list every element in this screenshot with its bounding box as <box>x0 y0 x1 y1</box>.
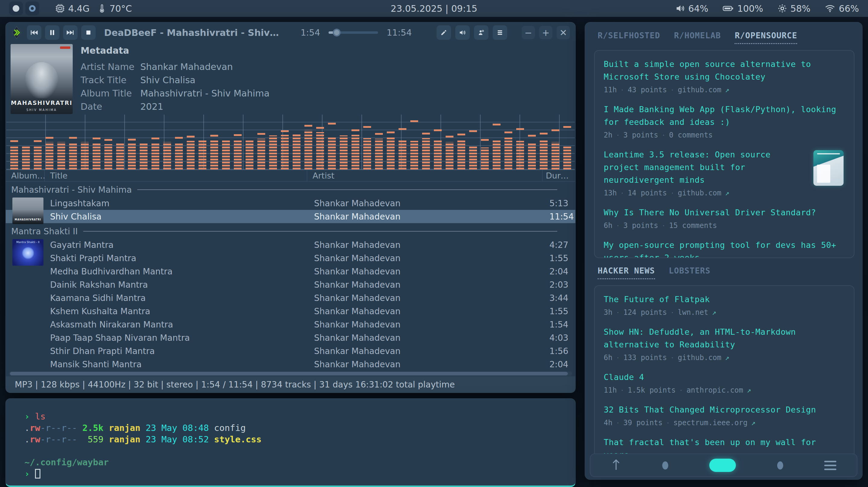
workspace-indicator[interactable] <box>25 1 39 15</box>
wifi-module[interactable]: 66% <box>824 3 859 14</box>
horizontal-scrollbar[interactable] <box>9 371 572 376</box>
playlist-row[interactable]: Kaamana Sidhi MantraShankar Mahadevan3:4… <box>6 291 575 304</box>
playlist-body: Mahashivratri - Shiv MahimaMAHASHIVRATRI… <box>6 182 575 371</box>
track-duration: 1:54 <box>549 320 575 330</box>
news-item[interactable]: 32 Bits That Changed Microprocessor Desi… <box>604 403 845 427</box>
column-title[interactable]: Title <box>44 170 307 181</box>
playlist-row[interactable]: Kshem Kushalta MantraShankar Mahadevan1:… <box>6 304 575 318</box>
news-item[interactable]: Show HN: Defuddle, an HTML-to-Markdown a… <box>604 326 845 362</box>
terminal-text: › <box>25 468 35 479</box>
spectrum-bar <box>373 115 385 169</box>
volume-module[interactable]: 64% <box>675 3 708 14</box>
page-dot[interactable] <box>777 461 783 469</box>
playlist-row[interactable]: Askasmath Nirakaran MantraShankar Mahade… <box>6 318 575 331</box>
playlist-row[interactable]: Shiv ChalisaShankar Mahadevan11:54 <box>6 210 575 223</box>
battery-module[interactable]: 100% <box>722 3 763 14</box>
spectrum-bar <box>267 115 279 169</box>
external-link-icon: ↗ <box>747 386 751 394</box>
reddit-tab-r-selfhosted[interactable]: R/SELFHOSTED <box>598 31 660 44</box>
cpu-frequency: 4.4G <box>68 3 90 14</box>
track-duration: 1:55 <box>549 306 575 316</box>
external-link-icon: ↗ <box>712 308 716 317</box>
spectrum-peak <box>210 135 218 137</box>
spectrum-peak <box>410 120 418 122</box>
news-item-source: 0 comments <box>669 131 713 139</box>
horizontal-scrollbar-thumb[interactable] <box>10 372 568 376</box>
playlist-row[interactable]: Medha Budhivardhan MantraShankar Mahadev… <box>6 265 575 278</box>
news-item-title: Show HN: Defuddle, an HTML-to-Markdown a… <box>604 326 845 351</box>
news-item[interactable]: Claude 411h·1.5k points·anthropic.com↗ <box>604 371 845 394</box>
pause-button[interactable] <box>45 25 59 40</box>
news-item-points: 3 points <box>623 131 658 139</box>
sound-settings-button[interactable] <box>455 25 470 40</box>
playlist-group-rows: Mantra Shakti - IIGayatri MantraShankar … <box>6 238 575 371</box>
stop-button[interactable] <box>81 25 96 40</box>
reddit-tab-r-opensource[interactable]: R/OPENSOURCE <box>735 31 797 44</box>
news-item[interactable]: I Made Banking Web App (Flask/Python), l… <box>604 103 845 139</box>
track-duration: 4:27 <box>549 240 575 250</box>
playlist-row[interactable]: Sthir Dhan Prapti MantraShankar Mahadeva… <box>6 344 575 358</box>
terminal-window[interactable]: › ls.rw-r--r-- 2.5k ranjan 23 May 08:48 … <box>5 398 576 487</box>
playlist-row[interactable]: Dainik Rakshan MantraShankar Mahadevan2:… <box>6 278 575 291</box>
hn-tab-lobsters[interactable]: LOBSTERS <box>669 266 711 279</box>
playlist-row[interactable]: Paap Taap Shaap Nivaran MantraShankar Ma… <box>6 331 575 344</box>
plugins-button[interactable] <box>474 25 489 40</box>
playlist-group-name: Mantra Shakti II <box>11 226 78 236</box>
total-time: 11:54 <box>386 27 412 38</box>
column-artist[interactable]: Artist <box>307 170 542 181</box>
spectrum-peak <box>516 128 524 130</box>
column-album[interactable]: Album… <box>6 170 44 181</box>
spectrum-peak <box>563 126 571 128</box>
previous-button[interactable] <box>27 25 41 40</box>
news-item[interactable]: My open-source prompting tool for devs h… <box>604 239 845 258</box>
album-art-subtitle: SHIV MAHIMA <box>10 108 73 111</box>
active-page-pill[interactable] <box>709 459 736 472</box>
playlist-row[interactable]: Gayatri MantraShankar Mahadevan4:27 <box>6 238 575 252</box>
news-item[interactable]: Built a simple open source alternative t… <box>604 58 845 94</box>
news-item[interactable]: The Future of Flatpak3h·124 points·lwn.n… <box>604 293 845 317</box>
metadata-value: 2021 <box>140 101 163 112</box>
brightness-module[interactable]: 58% <box>777 3 811 14</box>
seek-slider[interactable] <box>329 31 378 34</box>
hn-tab-hacker-news[interactable]: HACKER NEWS <box>598 266 655 279</box>
track-title: Shakti Prapti Mantra <box>50 253 314 263</box>
news-item-meta: 13h·14 points·github.com↗ <box>604 189 845 197</box>
column-duration[interactable]: Dur… <box>542 170 575 181</box>
spectrum-bar <box>408 115 420 169</box>
reddit-tab-r-homelab[interactable]: R/HOMELAB <box>674 31 721 44</box>
playlist-menu-button[interactable] <box>493 25 507 40</box>
metadata-value: Shankar Mahadevan <box>140 62 233 72</box>
playlist-row[interactable]: Shakti Prapti MantraShankar Mahadevan1:5… <box>6 252 575 265</box>
workspaces <box>9 1 39 15</box>
news-item[interactable]: Leantime 3.5 release: Open source projec… <box>604 149 845 197</box>
player-header: DeaDBeeF - Mahashivratri - Shiv… 1:54 11… <box>6 22 575 41</box>
spectrum-bar <box>126 115 137 169</box>
close-button[interactable]: ✕ <box>557 26 570 39</box>
menu-icon[interactable] <box>824 461 836 470</box>
metadata-row: Track TitleShiv Chalisa <box>81 73 570 87</box>
meta-separator: · <box>620 189 624 197</box>
terminal-text: . <box>25 434 30 445</box>
maximize-button[interactable]: + <box>539 26 552 39</box>
next-button[interactable] <box>63 25 78 40</box>
meta-separator: · <box>671 309 674 316</box>
track-duration: 1:55 <box>549 253 575 263</box>
news-item[interactable]: Why Is There No Universal Driver Standar… <box>604 206 845 230</box>
track-artist: Shankar Mahadevan <box>314 280 549 290</box>
minimize-button[interactable]: − <box>522 26 535 39</box>
page-dot[interactable] <box>662 461 668 469</box>
spectrum-peak <box>493 124 500 125</box>
news-item-points: 39 points <box>623 419 662 427</box>
track-title: Mansik Shanti Mantra <box>50 359 314 369</box>
seek-knob[interactable] <box>333 29 341 36</box>
playlist-row[interactable]: Mansik Shanti MantraShankar Mahadevan2:0… <box>6 358 575 371</box>
meta-separator: · <box>616 222 620 229</box>
playlist-row[interactable]: LingashtakamShankar Mahadevan5:13 <box>6 197 575 210</box>
workspace-indicator[interactable] <box>9 1 23 15</box>
terminal-cursor <box>35 469 40 479</box>
scroll-top-icon[interactable] <box>611 458 621 473</box>
edit-button[interactable] <box>437 25 451 40</box>
playlist-group-name: Mahashivratri - Shiv Mahima <box>11 185 132 195</box>
spectrum-bar <box>114 115 126 169</box>
spectrum-bar <box>279 115 290 169</box>
